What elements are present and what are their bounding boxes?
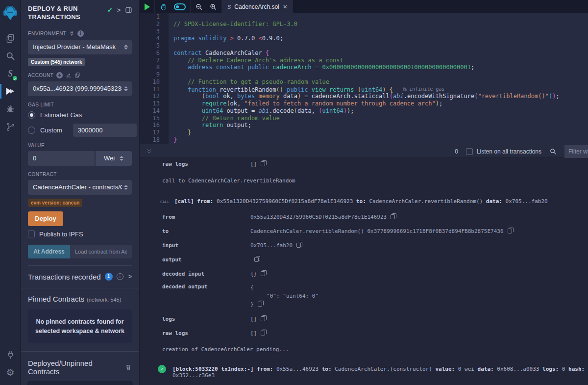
custom-gas-radio[interactable] bbox=[28, 127, 35, 134]
code-line: 9 bbox=[140, 71, 588, 78]
copy-icon[interactable] bbox=[296, 243, 301, 248]
estimated-gas-option[interactable]: Estimated Gas bbox=[28, 111, 132, 119]
code-line: 13 require(ok, "failed to fetch a random… bbox=[140, 100, 588, 107]
listen-all-transactions: Listen on all transactions bbox=[466, 148, 541, 155]
search-icon[interactable] bbox=[0, 47, 21, 65]
deploy-run-icon[interactable] bbox=[0, 82, 21, 100]
code-line: 1 bbox=[140, 13, 588, 21]
terminal-filter-input[interactable] bbox=[564, 145, 588, 158]
copy-icon[interactable] bbox=[261, 271, 265, 276]
publish-ipfs-option: Publish to IPFS bbox=[28, 231, 132, 238]
pending-tx-count: 0 bbox=[455, 148, 458, 155]
tab-cadencearch-sol[interactable]: S CadenceArch.sol ✕ bbox=[222, 0, 294, 13]
at-address-button[interactable]: At Address bbox=[28, 245, 70, 258]
terminal-text-row: creation of CadenceArchCaler pending... bbox=[140, 346, 588, 353]
terminal-search-icon[interactable] bbox=[549, 148, 557, 155]
icon-rail: S ✓ ⚙ bbox=[0, 0, 21, 385]
terminal-kv-row: raw logs[] bbox=[140, 330, 588, 336]
terminal-result-row: ✓[block:5033220 txIndex:-] from: 0x55a..… bbox=[140, 366, 588, 379]
copy-icon[interactable] bbox=[261, 331, 265, 335]
publish-ipfs-checkbox[interactable] bbox=[28, 231, 35, 237]
environment-select[interactable]: Injected Provider - MetaMask bbox=[28, 40, 132, 54]
solidity-compiler-icon[interactable]: S ✓ bbox=[0, 65, 21, 82]
tab-label: CadenceArch.sol bbox=[234, 3, 279, 10]
copy-account-icon[interactable] bbox=[74, 72, 80, 78]
debugger-icon[interactable] bbox=[0, 100, 21, 118]
transactions-info-icon[interactable]: i bbox=[117, 273, 123, 280]
solidity-file-icon: S bbox=[227, 4, 231, 10]
copy-icon[interactable] bbox=[391, 214, 395, 219]
transactions-recorded-row[interactable]: Transactions recorded 1 i > bbox=[21, 266, 139, 288]
code-line: 8 address constant public cadenceArch = … bbox=[140, 64, 588, 71]
contract-select[interactable]: CadenceArchCaler - contracts/Cac bbox=[28, 180, 132, 195]
deployed-contract-card: CADENCEARCHCALER AT 0) ✕ Balance: 0 ETH … bbox=[27, 381, 133, 385]
file-explorer-icon[interactable] bbox=[0, 29, 21, 47]
terminal-output[interactable]: raw logs[]call to CadenceArchCaler.rever… bbox=[140, 158, 588, 385]
copy-icon[interactable] bbox=[261, 316, 265, 321]
copy-icon[interactable] bbox=[258, 302, 262, 307]
transactions-count-badge: 1 bbox=[105, 273, 113, 281]
settings-gear-icon[interactable]: ⚙ bbox=[0, 363, 21, 381]
deployed-contracts-heading: Deployed/Unpinned Contracts bbox=[21, 352, 139, 376]
panel-forward-icon[interactable]: > bbox=[117, 7, 121, 14]
ai-copilot-group bbox=[155, 0, 191, 13]
zoom-group bbox=[191, 0, 222, 13]
sign-message-icon[interactable] bbox=[66, 72, 72, 78]
pinned-empty-message: No pinned contracts found for selected w… bbox=[28, 309, 132, 344]
play-icon bbox=[145, 3, 150, 10]
updown-icon bbox=[124, 45, 128, 50]
pinned-contracts-heading: Pinned Contracts (network: 545) bbox=[21, 288, 139, 303]
updown-icon bbox=[124, 86, 128, 91]
value-unit-select[interactable]: Wei bbox=[96, 151, 132, 166]
terminal-kv-row: decoded input{} bbox=[140, 271, 588, 277]
terminal-kv-block: decoded output{ "0": "uint64: 0"} bbox=[140, 283, 588, 308]
remix-ai-robot-icon[interactable] bbox=[159, 2, 168, 11]
copy-icon[interactable] bbox=[261, 161, 265, 166]
estimated-gas-radio[interactable] bbox=[28, 111, 35, 119]
value-input[interactable] bbox=[28, 151, 95, 166]
code-line: 2// SPDX-License-Identifier: GPL-3.0 bbox=[140, 21, 588, 28]
compiler-success-badge: ✓ bbox=[12, 75, 18, 81]
code-editor[interactable]: 12// SPDX-License-Identifier: GPL-3.034p… bbox=[140, 13, 588, 145]
terminal-kv-row: toCadenceArchCaler.revertibleRandom() 0x… bbox=[140, 228, 588, 234]
updown-icon bbox=[120, 156, 123, 161]
code-line: 5 bbox=[140, 42, 588, 50]
terminal-kv-row: raw logs[] bbox=[140, 161, 588, 167]
zoom-out-icon[interactable] bbox=[195, 3, 203, 11]
contract-label: CONTRACT bbox=[28, 172, 132, 177]
at-address-input[interactable] bbox=[70, 245, 132, 258]
success-check-icon[interactable]: ✓ bbox=[158, 365, 166, 373]
custom-gas-option: Custom bbox=[28, 124, 132, 137]
listen-checkbox[interactable] bbox=[466, 148, 473, 155]
run-script-button[interactable] bbox=[140, 0, 155, 13]
remix-logo[interactable] bbox=[0, 2, 21, 24]
collapse-terminal-icon[interactable] bbox=[146, 148, 152, 154]
account-select[interactable]: 0x55a...46923 (999.9999453238 bbox=[28, 81, 132, 96]
code-line: 4pragma solidity >=0.7.0 <0.9.0; bbox=[140, 35, 588, 42]
environment-info-icon[interactable]: i bbox=[77, 30, 84, 37]
terminal-text-row: call to CadenceArchCaler.revertibleRando… bbox=[140, 178, 588, 184]
copilot-toggle[interactable] bbox=[174, 3, 186, 10]
copy-icon[interactable] bbox=[508, 229, 512, 233]
deploy-button[interactable]: Deploy bbox=[28, 211, 63, 226]
network-badge: Custom (545) network bbox=[28, 58, 85, 66]
account-label: ACCOUNT + bbox=[28, 72, 132, 78]
plugin-manager-icon[interactable] bbox=[0, 346, 21, 363]
evm-version-badge: evm version: cancun bbox=[28, 199, 82, 207]
transactions-expand-icon[interactable]: > bbox=[128, 273, 132, 280]
updown-icon bbox=[124, 185, 128, 190]
code-line: 3 bbox=[140, 28, 588, 35]
plug-icon[interactable] bbox=[69, 31, 74, 36]
copy-icon[interactable] bbox=[254, 257, 259, 262]
close-tab-icon[interactable]: ✕ bbox=[283, 3, 288, 10]
zoom-in-icon[interactable] bbox=[209, 3, 217, 11]
clear-contracts-trash-icon[interactable] bbox=[125, 364, 132, 371]
pin-panel-icon[interactable] bbox=[125, 6, 132, 14]
terminal-kv-row: input0x705...fab20 bbox=[140, 242, 588, 249]
custom-gas-input[interactable] bbox=[73, 124, 137, 137]
git-icon[interactable] bbox=[0, 118, 21, 135]
code-line: 11 function revertibleRandom() public vi… bbox=[140, 86, 588, 93]
rail-bottom-group: ⚙ bbox=[0, 346, 21, 381]
add-account-icon[interactable]: + bbox=[56, 72, 63, 78]
gas-estimate-annotation: infinite gas bbox=[403, 86, 444, 93]
